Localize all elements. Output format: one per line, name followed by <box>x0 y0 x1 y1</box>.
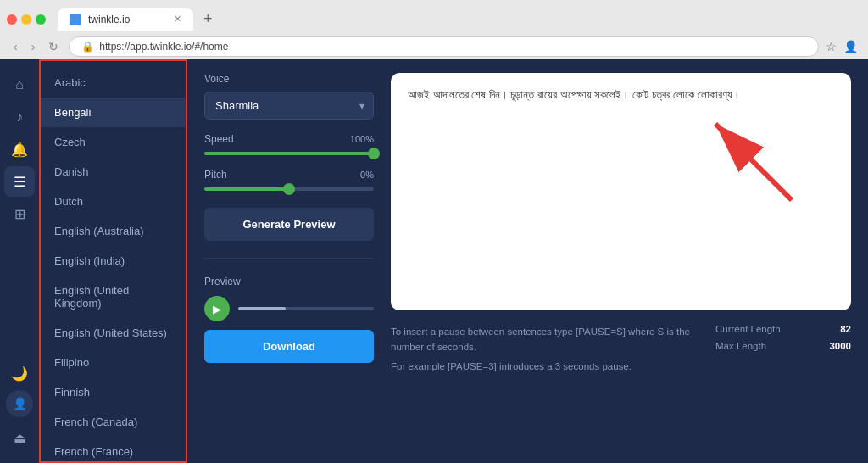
refresh-button[interactable]: ↻ <box>45 38 62 55</box>
current-length-value: 82 <box>840 324 851 334</box>
speed-slider-fill <box>204 152 374 155</box>
language-item-dutch[interactable]: Dutch <box>41 187 186 216</box>
svg-line-1 <box>715 124 792 200</box>
language-item-english-india[interactable]: English (India) <box>41 246 186 276</box>
speed-slider-track[interactable] <box>204 152 374 155</box>
traffic-lights <box>7 14 46 25</box>
forward-button[interactable]: › <box>28 38 39 55</box>
language-item-english-australia[interactable]: English (Australia) <box>41 216 186 246</box>
max-length-row: Max Length 3000 <box>715 341 851 351</box>
bell-icon[interactable]: 🔔 <box>4 134 35 165</box>
speed-label: Speed <box>204 133 234 145</box>
tab-favicon <box>70 14 81 25</box>
current-length-row: Current Length 82 <box>715 324 851 334</box>
language-item-french-france[interactable]: French (France) <box>41 437 186 463</box>
info-stats: Current Length 82 Max Length 3000 <box>715 324 851 351</box>
pitch-label: Pitch <box>204 169 227 181</box>
pitch-slider-thumb <box>283 183 295 195</box>
app-container: ⌂ ♪ 🔔 ☰ ⊞ 🌙 👤 ⏏ ArabicBengaliCzechDanish… <box>0 59 868 463</box>
max-length-value: 3000 <box>829 341 851 351</box>
controls-panel: Voice Sharmila Arjun Priya ▾ Speed 100% <box>204 73 374 449</box>
moon-icon[interactable]: 🌙 <box>4 358 35 388</box>
download-button[interactable]: Download <box>204 330 374 363</box>
preview-section: Preview ▶ Download <box>204 276 374 363</box>
language-item-arabic[interactable]: Arabic <box>41 68 186 98</box>
voice-select-wrapper: Sharmila Arjun Priya ▾ <box>204 92 374 120</box>
voice-label: Voice <box>204 73 374 85</box>
text-preview-box: আজই আদালতের শেষ দিন। চূড়ান্ত রায়ের অপে… <box>391 73 851 310</box>
avatar-icon[interactable]: 👤 <box>6 390 33 417</box>
preview-progress-bar[interactable] <box>238 307 374 310</box>
info-text-2: For example [PAUSE=3] introduces a 3 sec… <box>391 359 698 374</box>
language-item-filipino[interactable]: Filipino <box>41 348 186 377</box>
tab-label: twinkle.io <box>88 14 130 25</box>
language-item-english-uk[interactable]: English (United Kingdom) <box>41 276 186 318</box>
voice-section: Voice Sharmila Arjun Priya ▾ <box>204 73 374 120</box>
divider <box>204 258 374 259</box>
grid-icon[interactable]: ⊞ <box>4 198 35 229</box>
close-button[interactable] <box>7 14 17 25</box>
language-item-danish[interactable]: Danish <box>41 157 186 187</box>
logout-icon[interactable]: ⏏ <box>4 422 35 453</box>
bookmark-icon[interactable]: ☆ <box>826 40 837 53</box>
preview-progress-fill <box>238 307 286 310</box>
profile-icon[interactable]: 👤 <box>843 40 858 53</box>
info-box: To insert a pause between sentences type… <box>391 324 851 374</box>
nav-icons: ⌂ ♪ 🔔 ☰ ⊞ 🌙 👤 ⏏ <box>0 59 39 463</box>
play-button[interactable]: ▶ <box>204 296 230 321</box>
volume-icon[interactable]: ♪ <box>4 102 35 132</box>
list-icon[interactable]: ☰ <box>4 166 35 197</box>
browser-tab[interactable]: twinkle.io ✕ <box>58 8 193 31</box>
speed-value: 100% <box>350 134 374 144</box>
voice-select[interactable]: Sharmila Arjun Priya <box>205 92 373 119</box>
home-icon[interactable]: ⌂ <box>4 70 35 100</box>
pitch-value: 0% <box>360 170 374 180</box>
url-text: https://app.twinkle.io/#/home <box>99 41 806 53</box>
pitch-section: Pitch 0% <box>204 169 374 191</box>
browser-chrome: twinkle.io ✕ + ‹ › ↻ 🔒 https://app.twink… <box>0 0 868 59</box>
arrow-overlay <box>690 98 800 212</box>
tab-close-icon[interactable]: ✕ <box>174 14 181 25</box>
address-bar[interactable]: 🔒 https://app.twinkle.io/#/home <box>69 36 819 57</box>
minimize-button[interactable] <box>21 14 31 25</box>
main-content: Voice Sharmila Arjun Priya ▾ Speed 100% <box>187 59 868 463</box>
speed-slider-thumb <box>368 148 380 159</box>
language-item-bengali[interactable]: Bengali <box>41 98 186 127</box>
current-length-label: Current Length <box>715 324 781 334</box>
language-item-finnish[interactable]: Finnish <box>41 377 186 407</box>
info-text: To insert a pause between sentences type… <box>391 324 698 374</box>
preview-label: Preview <box>204 276 374 287</box>
info-text-1: To insert a pause between sentences type… <box>391 324 698 355</box>
browser-addressbar: ‹ › ↻ 🔒 https://app.twinkle.io/#/home ☆ … <box>0 31 868 62</box>
pitch-slider-track[interactable] <box>204 187 374 191</box>
generate-preview-button[interactable]: Generate Preview <box>204 208 374 241</box>
speed-section: Speed 100% <box>204 133 374 155</box>
new-tab-button[interactable]: + <box>197 7 220 31</box>
language-item-french-canada[interactable]: French (Canada) <box>41 407 186 437</box>
back-button[interactable]: ‹ <box>10 38 21 55</box>
preview-controls: ▶ <box>204 296 374 321</box>
language-item-czech[interactable]: Czech <box>41 127 186 157</box>
right-panel: আজই আদালতের শেষ দিন। চূড়ান্ত রায়ের অপে… <box>391 73 851 449</box>
max-length-label: Max Length <box>715 341 766 351</box>
lock-icon: 🔒 <box>81 41 94 53</box>
language-item-english-us[interactable]: English (United States) <box>41 318 186 348</box>
language-list: ArabicBengaliCzechDanishDutchEnglish (Au… <box>39 59 187 463</box>
maximize-button[interactable] <box>36 14 46 25</box>
browser-tabs: twinkle.io ✕ + <box>0 0 868 31</box>
pitch-slider-fill <box>204 187 289 191</box>
